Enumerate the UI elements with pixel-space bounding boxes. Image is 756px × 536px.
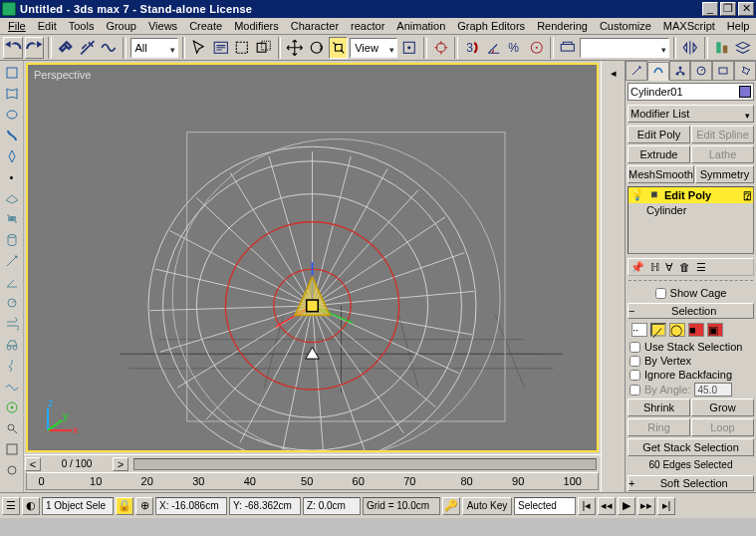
so-edge-icon[interactable]: ／	[650, 323, 666, 337]
mirror-button[interactable]	[680, 37, 700, 59]
bind-spacewarp-button[interactable]	[99, 37, 119, 59]
reactor-softbody-icon[interactable]	[2, 105, 22, 125]
by-vertex-checkbox[interactable]	[630, 356, 640, 367]
menu-edit[interactable]: Edit	[32, 19, 63, 33]
tab-create[interactable]	[626, 61, 647, 80]
remove-modifier-icon[interactable]: 🗑	[679, 261, 690, 273]
reactor-point-icon[interactable]: •	[2, 167, 22, 187]
align-button[interactable]	[712, 37, 732, 59]
select-object-button[interactable]	[189, 37, 209, 59]
select-rotate-button[interactable]	[307, 37, 327, 59]
reactor-cloth-icon[interactable]	[2, 84, 22, 104]
time-track[interactable]	[133, 458, 597, 470]
reactor-angular-icon[interactable]	[2, 272, 22, 292]
pivot-center-button[interactable]	[399, 37, 419, 59]
menu-file[interactable]: File	[2, 19, 32, 33]
tab-hierarchy[interactable]	[669, 61, 691, 80]
link-button[interactable]	[56, 37, 76, 59]
configure-sets-icon[interactable]: ☰	[696, 261, 706, 274]
tab-modify[interactable]	[647, 62, 669, 81]
quick-extrude[interactable]: Extrude	[628, 145, 690, 163]
tab-motion[interactable]	[690, 61, 712, 80]
tab-utilities[interactable]	[734, 61, 756, 80]
reactor-analyze-icon[interactable]	[2, 418, 22, 438]
time-slider[interactable]: < 0 / 100 >	[24, 454, 601, 472]
menu-animation[interactable]: Animation	[390, 19, 451, 33]
reactor-wind-icon[interactable]	[2, 314, 22, 334]
coord-y-field[interactable]: Y: -68.362cm	[229, 497, 301, 515]
reactor-cylinder-icon[interactable]	[2, 230, 22, 250]
next-frame-button[interactable]: ▸▸	[637, 497, 655, 515]
reactor-export-icon[interactable]	[2, 439, 22, 459]
named-selection-sets-button[interactable]	[558, 37, 578, 59]
reactor-water-icon[interactable]	[2, 377, 22, 397]
lock-selection-toggle[interactable]: 🔒	[116, 497, 133, 515]
coord-z-field[interactable]: Z: 0.0cm	[303, 497, 361, 515]
tab-display[interactable]	[712, 61, 734, 80]
undo-button[interactable]	[3, 37, 23, 59]
time-next-button[interactable]: >	[113, 457, 128, 471]
pin-stack-icon[interactable]: 📌	[630, 261, 644, 274]
prev-frame-button[interactable]: ◂◂	[598, 497, 616, 515]
selection-filter-combo[interactable]: All	[130, 38, 178, 58]
percent-snap-toggle[interactable]: %	[505, 37, 525, 59]
so-vertex-icon[interactable]: ··	[631, 323, 647, 337]
select-move-button[interactable]	[285, 37, 305, 59]
show-end-result-icon[interactable]: ℍ	[650, 261, 659, 274]
unlink-button[interactable]	[78, 37, 98, 59]
so-polygon-icon[interactable]: ■	[688, 323, 704, 337]
select-by-name-button[interactable]	[211, 37, 231, 59]
menu-character[interactable]: Character	[285, 19, 345, 33]
reactor-toy-icon[interactable]	[2, 335, 22, 355]
reactor-preview-icon[interactable]	[2, 398, 22, 417]
reactor-linear-icon[interactable]	[2, 251, 22, 271]
select-region-rect-button[interactable]	[232, 37, 252, 59]
reactor-utility-icon[interactable]	[2, 460, 22, 480]
use-stack-selection-checkbox[interactable]	[630, 342, 640, 353]
menu-customize[interactable]: Customize	[594, 19, 657, 33]
stack-item-cylinder[interactable]: Cylinder	[629, 203, 753, 217]
prompt-button[interactable]: ◐	[22, 497, 40, 515]
set-key-button[interactable]: 🔑	[442, 497, 460, 515]
named-selection-combo[interactable]	[580, 38, 669, 58]
grow-button[interactable]: Grow	[691, 399, 754, 416]
reactor-fracture-icon[interactable]	[2, 356, 22, 376]
select-manipulate-button[interactable]	[431, 37, 451, 59]
menu-rendering[interactable]: Rendering	[531, 19, 594, 33]
quick-symmetry[interactable]: Symmetry	[695, 165, 754, 183]
reactor-rope-icon[interactable]	[2, 126, 22, 145]
goto-end-button[interactable]: ▸|	[657, 497, 675, 515]
menu-grapheditors[interactable]: Graph Editors	[451, 19, 531, 33]
key-filter-combo[interactable]: Selected	[514, 497, 576, 515]
time-prev-button[interactable]: <	[25, 457, 41, 471]
ring-button[interactable]: Ring	[628, 418, 690, 436]
window-crossing-toggle[interactable]	[254, 37, 274, 59]
quick-edit-poly[interactable]: Edit Poly	[628, 126, 690, 143]
script-listener-button[interactable]: ☰	[2, 497, 20, 515]
layers-button[interactable]	[733, 37, 753, 59]
make-unique-icon[interactable]: ∀	[665, 261, 673, 274]
stack-item-editpoly[interactable]: 💡 ◾ Edit Poly ⍰	[629, 187, 753, 203]
reactor-deforming-icon[interactable]	[2, 146, 22, 166]
menu-maxscript[interactable]: MAXScript	[657, 19, 721, 33]
reactor-motor-icon[interactable]	[2, 293, 22, 313]
close-button[interactable]: ✕	[738, 2, 754, 16]
angle-snap-toggle[interactable]	[484, 37, 504, 59]
object-name-field[interactable]: Cylinder01	[628, 83, 754, 101]
shrink-button[interactable]: Shrink	[628, 399, 690, 416]
transform-type-in-icon[interactable]: ⊕	[135, 497, 153, 515]
menu-tools[interactable]: Tools	[63, 19, 101, 33]
menu-views[interactable]: Views	[142, 19, 183, 33]
modifier-list-combo[interactable]: Modifier List	[628, 105, 754, 123]
so-element-icon[interactable]: ▣	[707, 323, 723, 337]
ref-coord-combo[interactable]: View	[350, 38, 397, 58]
so-border-icon[interactable]: ◯	[669, 323, 685, 337]
menu-modifiers[interactable]: Modifiers	[228, 19, 285, 33]
by-angle-checkbox[interactable]	[630, 385, 640, 396]
modifier-stack[interactable]: 💡 ◾ Edit Poly ⍰ Cylinder	[628, 186, 754, 255]
redo-button[interactable]	[25, 37, 45, 59]
snap-toggle[interactable]: 3	[462, 37, 482, 59]
menu-reactor[interactable]: reactor	[345, 19, 390, 33]
quick-meshsmooth[interactable]: MeshSmooth	[628, 165, 694, 183]
select-scale-button[interactable]	[329, 37, 349, 59]
